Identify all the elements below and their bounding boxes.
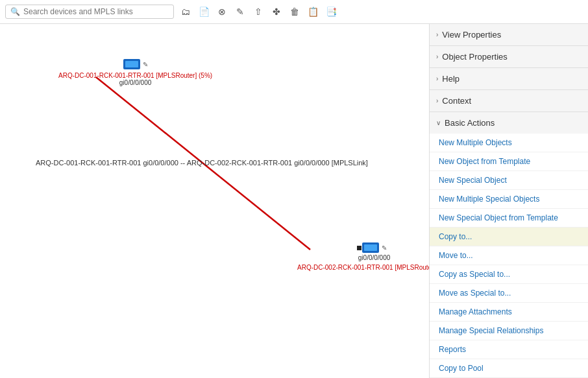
section-view-properties: › View Properties	[430, 24, 588, 46]
section-object-properties-header[interactable]: › Object Properties	[430, 46, 588, 67]
item-copy-as-special-to[interactable]: Copy as Special to...	[430, 265, 588, 284]
cancel-icon[interactable]: ⊗	[214, 4, 230, 19]
right-panel: › View Properties › Object Properties › …	[429, 24, 588, 378]
connect-icon[interactable]: ✤	[269, 4, 284, 19]
edit-icon[interactable]: ✎	[232, 4, 248, 19]
share-icon[interactable]: ⇧	[251, 4, 266, 19]
section-help: › Help	[430, 68, 588, 90]
section-basic-actions: ∨ Basic Actions New Multiple Objects New…	[430, 112, 588, 378]
item-move-as-special-to[interactable]: Move as Special to...	[430, 284, 588, 303]
item-new-multiple-objects[interactable]: New Multiple Objects	[430, 134, 588, 152]
chevron-right-icon-2: ›	[436, 53, 438, 60]
node-1[interactable]: ✎ ARQ-DC-001-RCK-001-RTR-001 [MPLSRouter…	[58, 58, 212, 86]
search-icon: 🔍	[10, 7, 20, 16]
chevron-down-icon: ∨	[436, 119, 441, 126]
item-move-to[interactable]: Move to...	[430, 246, 588, 265]
delete-icon[interactable]: 🗑	[287, 4, 302, 19]
section-context-header[interactable]: › Context	[430, 90, 588, 112]
canvas-area[interactable]: ✎ ARQ-DC-001-RCK-001-RTR-001 [MPLSRouter…	[0, 24, 429, 378]
node2-label: ARQ-DC-002-RCK-001-RTR-001 [MPLSRouter] …	[297, 264, 429, 271]
section-context: › Context	[430, 90, 588, 112]
router-icon-1	[123, 58, 141, 71]
section-object-properties: › Object Properties	[430, 46, 588, 68]
section-view-properties-header[interactable]: › View Properties	[430, 24, 588, 45]
router-icon-2	[361, 241, 380, 254]
item-new-object-from-template[interactable]: New Object from Template	[430, 152, 588, 171]
section-context-label: Context	[442, 96, 471, 106]
folder-icon[interactable]: 🗂	[178, 4, 193, 19]
new-doc-icon[interactable]: 📄	[196, 4, 212, 19]
item-new-special-object[interactable]: New Special Object	[430, 171, 588, 190]
doc2-icon[interactable]: 📋	[305, 4, 321, 19]
basic-actions-body: New Multiple Objects New Object from Tem…	[430, 134, 588, 378]
node1-label: ARQ-DC-001-RCK-001-RTR-001 [MPLSRouter] …	[58, 72, 212, 79]
item-new-special-object-from-template[interactable]: New Special Object from Template	[430, 209, 588, 228]
item-manage-attachments[interactable]: Manage Attachments	[430, 303, 588, 322]
toolbar: 🔍 🗂 📄 ⊗ ✎ ⇧ ✤ 🗑 📋 📑	[0, 0, 588, 24]
link-label: ARQ-DC-001-RCK-001-RTR-001 gi0/0/0/000 -…	[36, 159, 368, 167]
item-new-multiple-special-objects[interactable]: New Multiple Special Objects	[430, 190, 588, 209]
section-basic-actions-label: Basic Actions	[445, 118, 495, 128]
node1-sublabel: gi0/0/0/000	[119, 79, 152, 86]
item-manage-special-relationships[interactable]: Manage Special Relationships	[430, 322, 588, 340]
node2-dot	[357, 246, 361, 250]
item-copy-to[interactable]: Copy to...	[430, 228, 588, 246]
item-reports[interactable]: Reports	[430, 340, 588, 359]
chevron-right-icon-4: ›	[436, 97, 438, 104]
chevron-right-icon-3: ›	[436, 75, 438, 82]
section-basic-actions-header[interactable]: ∨ Basic Actions	[430, 112, 588, 134]
toolbar-icons: 🗂 📄 ⊗ ✎ ⇧ ✤ 🗑 📋 📑	[178, 4, 339, 19]
doc3-icon[interactable]: 📑	[323, 4, 339, 19]
search-input[interactable]	[23, 7, 166, 16]
section-help-label: Help	[442, 74, 459, 84]
edit-icon-2: ✎	[382, 244, 387, 252]
node2-sublabel-top: gi0/0/0/000	[358, 254, 391, 261]
section-view-properties-label: View Properties	[442, 30, 501, 40]
node-2[interactable]: ✎ gi0/0/0/000 ARQ-DC-002-RCK-001-RTR-001…	[297, 241, 429, 271]
search-box[interactable]: 🔍	[5, 5, 174, 19]
section-help-header[interactable]: › Help	[430, 68, 588, 89]
main-area: ✎ ARQ-DC-001-RCK-001-RTR-001 [MPLSRouter…	[0, 24, 588, 378]
item-copy-to-pool[interactable]: Copy to Pool	[430, 359, 588, 378]
section-object-properties-label: Object Properties	[442, 52, 507, 62]
edit-icon-1: ✎	[143, 61, 148, 68]
chevron-right-icon: ›	[436, 31, 438, 38]
